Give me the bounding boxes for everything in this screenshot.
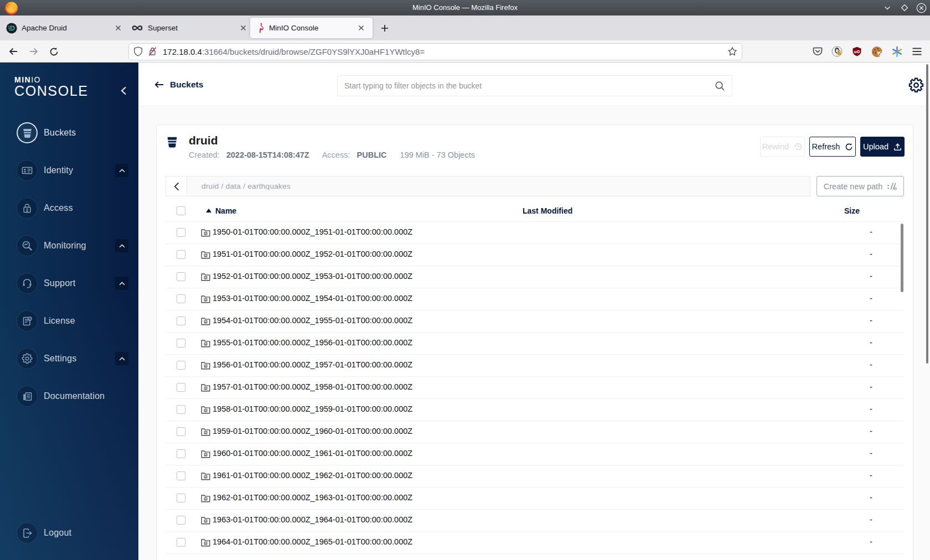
new-tab-button[interactable] (377, 20, 392, 36)
chevron-up-icon[interactable] (115, 352, 128, 365)
back-to-buckets-link[interactable]: Buckets (154, 80, 203, 90)
object-row[interactable]: 1959-01-01T00:00:00.000Z_1960-01-01T00:0… (166, 421, 904, 443)
object-row[interactable]: 1955-01-01T00:00:00.000Z_1956-01-01T00:0… (166, 333, 904, 355)
column-header-last-modified[interactable]: Last Modified (523, 206, 572, 215)
window-maximize-diamond-icon[interactable] (899, 3, 910, 13)
sidebar-item-identity[interactable]: Identity (0, 155, 138, 186)
tab-close-icon[interactable] (111, 22, 125, 35)
row-checkbox[interactable] (177, 471, 185, 480)
row-checkbox[interactable] (177, 317, 185, 325)
hamburger-menu-icon[interactable] (908, 43, 925, 60)
pocket-icon[interactable] (809, 43, 826, 60)
settings-gear-icon (17, 348, 38, 369)
sidebar-item-settings[interactable]: Settings (0, 343, 138, 374)
new-path-icon (887, 182, 897, 190)
url-bar[interactable]: 172.18.0.4:31664/buckets/druid/browse/ZG… (128, 43, 742, 60)
object-name[interactable]: 1956-01-01T00:00:00.000Z_1957-01-01T00:0… (213, 360, 412, 369)
lock-slash-icon[interactable] (148, 46, 157, 56)
tab-close-icon[interactable] (236, 22, 250, 35)
object-name[interactable]: 1962-01-01T00:00:00.000Z_1963-01-01T00:0… (213, 493, 412, 502)
object-name[interactable]: 1961-01-01T00:00:00.000Z_1962-01-01T00:0… (213, 471, 412, 480)
chevron-up-icon[interactable] (115, 277, 128, 290)
row-checkbox[interactable] (177, 383, 185, 392)
gear-icon[interactable] (908, 77, 924, 93)
row-checkbox[interactable] (177, 228, 185, 237)
rewind-button[interactable]: Rewind (760, 137, 805, 157)
row-checkbox[interactable] (177, 250, 185, 259)
object-row[interactable]: 1962-01-01T00:00:00.000Z_1963-01-01T00:0… (166, 488, 904, 510)
object-name[interactable]: 1950-01-01T00:00:00.000Z_1951-01-01T00:0… (213, 227, 412, 236)
object-name[interactable]: 1955-01-01T00:00:00.000Z_1956-01-01T00:0… (213, 338, 412, 347)
object-row[interactable]: 1956-01-01T00:00:00.000Z_1957-01-01T00:0… (166, 355, 904, 377)
ublock-icon[interactable]: uO (849, 43, 865, 60)
row-checkbox[interactable] (177, 449, 185, 458)
column-header-size[interactable]: Size (844, 206, 860, 215)
row-checkbox[interactable] (177, 361, 185, 370)
row-checkbox[interactable] (177, 516, 185, 525)
object-name[interactable]: 1957-01-01T00:00:00.000Z_1958-01-01T00:0… (213, 382, 412, 391)
create-new-path-button[interactable]: Create new path (817, 176, 904, 196)
object-row[interactable]: 1963-01-01T00:00:00.000Z_1964-01-01T00:0… (166, 510, 904, 532)
shield-icon[interactable] (133, 46, 143, 56)
chevron-up-icon[interactable] (115, 164, 128, 177)
object-name[interactable]: 1959-01-01T00:00:00.000Z_1960-01-01T00:0… (213, 427, 412, 435)
object-row[interactable]: 1952-01-01T00:00:00.000Z_1953-01-01T00:0… (166, 266, 904, 288)
object-row[interactable]: 1951-01-01T00:00:00.000Z_1952-01-01T00:0… (166, 244, 904, 266)
chevron-up-icon[interactable] (115, 239, 128, 252)
object-row[interactable]: 1964-01-01T00:00:00.000Z_1965-01-01T00:0… (166, 532, 904, 554)
upload-button[interactable]: Upload (860, 137, 905, 157)
tab-minio-console[interactable]: MinIO Console (257, 15, 368, 40)
sidebar-item-monitoring[interactable]: Monitoring (0, 230, 138, 261)
sidebar-item-license[interactable]: License (0, 305, 138, 336)
sidebar-collapse-chevron-icon[interactable] (116, 84, 131, 98)
object-filter-search[interactable] (337, 75, 732, 96)
bookmark-star-icon[interactable] (727, 46, 737, 56)
privacy-extension-icon[interactable] (829, 43, 845, 60)
row-checkbox[interactable] (177, 494, 185, 502)
colorful-asterisk-icon[interactable] (888, 43, 905, 60)
tab-apache-druid[interactable]: Apache Druid (6, 15, 125, 40)
object-row[interactable]: 1960-01-01T00:00:00.000Z_1961-01-01T00:0… (166, 443, 904, 465)
sidebar-item-documentation[interactable]: Documentation (0, 381, 138, 412)
breadcrumb-back-button[interactable] (166, 176, 187, 196)
row-checkbox[interactable] (177, 294, 185, 303)
object-name[interactable]: 1954-01-01T00:00:00.000Z_1955-01-01T00:0… (213, 316, 412, 325)
cookie-extension-icon[interactable] (869, 43, 885, 60)
object-name[interactable]: 1963-01-01T00:00:00.000Z_1964-01-01T00:0… (213, 515, 412, 524)
object-row[interactable]: 1957-01-01T00:00:00.000Z_1958-01-01T00:0… (166, 377, 904, 399)
tab-close-icon[interactable] (354, 22, 368, 35)
object-name[interactable]: 1953-01-01T00:00:00.000Z_1954-01-01T00:0… (213, 294, 412, 303)
object-row[interactable]: 1958-01-01T00:00:00.000Z_1959-01-01T00:0… (166, 399, 904, 421)
page-scrollbar-thumb[interactable] (926, 64, 928, 364)
sidebar-item-buckets[interactable]: Buckets (0, 117, 138, 148)
object-name[interactable]: 1951-01-01T00:00:00.000Z_1952-01-01T00:0… (213, 250, 412, 258)
back-icon[interactable] (4, 43, 22, 60)
object-row[interactable]: 1953-01-01T00:00:00.000Z_1954-01-01T00:0… (166, 288, 904, 310)
window-minimize-chevron-icon[interactable] (882, 3, 892, 13)
select-all-checkbox[interactable] (177, 206, 185, 215)
refresh-button[interactable]: Refresh (809, 137, 856, 157)
row-checkbox[interactable] (177, 538, 185, 547)
row-checkbox[interactable] (177, 427, 185, 436)
table-scrollbar-thumb[interactable] (901, 224, 903, 292)
window-close-icon[interactable] (916, 3, 927, 13)
sidebar-item-logout[interactable]: Logout (0, 517, 138, 548)
object-name[interactable]: 1960-01-01T00:00:00.000Z_1961-01-01T00:0… (213, 449, 412, 458)
object-name[interactable]: 1958-01-01T00:00:00.000Z_1959-01-01T00:0… (213, 405, 412, 413)
sidebar-item-access[interactable]: Access (0, 193, 138, 224)
column-header-name[interactable]: Name (206, 206, 236, 215)
row-checkbox[interactable] (177, 272, 185, 281)
sidebar-item-support[interactable]: Support (0, 268, 138, 299)
row-checkbox[interactable] (177, 405, 185, 414)
object-name[interactable]: 1964-01-01T00:00:00.000Z_1965-01-01T00:0… (213, 537, 412, 546)
object-name[interactable]: 1952-01-01T00:00:00.000Z_1953-01-01T00:0… (213, 272, 412, 281)
forward-icon[interactable] (25, 43, 43, 60)
reload-icon[interactable] (45, 43, 63, 60)
object-row[interactable]: 1954-01-01T00:00:00.000Z_1955-01-01T00:0… (166, 310, 904, 333)
tab-superset[interactable]: Superset (131, 15, 250, 40)
object-row[interactable]: 1950-01-01T00:00:00.000Z_1951-01-01T00:0… (166, 222, 904, 244)
row-checkbox[interactable] (177, 339, 185, 348)
object-row[interactable]: 1961-01-01T00:00:00.000Z_1962-01-01T00:0… (166, 465, 904, 488)
breadcrumb[interactable]: druid / data / earthquakes (187, 176, 810, 196)
search-input[interactable] (344, 81, 715, 90)
